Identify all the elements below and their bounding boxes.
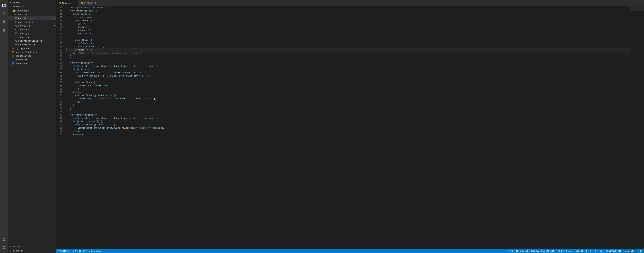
activity-bar-debug[interactable]	[0, 26, 8, 34]
activity-bar-explorer[interactable]	[0, 1, 8, 9]
ln-44: 44	[56, 104, 64, 107]
tab-close-button[interactable]: ×	[73, 2, 76, 4]
code-line-17: this.state = {	[68, 16, 630, 19]
code-line-42: itemInCard: [...prevState.itemInCard, { …	[68, 97, 630, 100]
activity-bar-settings[interactable]	[0, 244, 8, 252]
sidebar-header: Explorer	[8, 0, 56, 5]
file-item-configjs[interactable]: JS config.js M	[8, 24, 56, 28]
file-item-appjs[interactable]: JS App.js M	[8, 16, 56, 20]
status-bar: ⑂ master ↻ ✕ 0 ⚠ 12 ℹ 0 ⎋ Launchpad	[56, 249, 644, 253]
ln-36: 36	[56, 77, 64, 81]
sidebar-outline[interactable]: ▶ OUTLINE	[8, 245, 56, 249]
sync-icon: ↻	[68, 250, 70, 253]
line-numbers: 14 15 16 17 18 19 20 21 22 23 24 25 26 2…	[56, 6, 66, 249]
editor-tabs: JS App.js ● × JS config.js ● ×	[56, 0, 644, 6]
ln-14: 14	[56, 6, 64, 9]
file-item-readmemd[interactable]: ℹ README.md	[8, 58, 56, 62]
ln-22: 22	[56, 32, 64, 35]
ln-21: 21	[56, 29, 64, 32]
git-icon	[2, 20, 6, 24]
activity-bar-git[interactable]	[0, 18, 8, 26]
tab-appjs[interactable]: JS App.js ● ×	[56, 0, 78, 6]
tab-configjs[interactable]: JS config.js ● ×	[78, 0, 104, 6]
ln-48: 48	[56, 117, 64, 120]
minimap-slider[interactable]	[630, 6, 644, 11]
ln-38: 38	[56, 84, 64, 87]
activity-bar-search[interactable]	[0, 9, 8, 18]
code-line-21: author: "",	[68, 29, 630, 32]
code-line-24: countItems: 0,	[68, 38, 630, 42]
files-icon	[2, 3, 6, 7]
code-line-45: };	[68, 107, 630, 110]
file-item-gitignore[interactable]: ⊙ .gitignore	[8, 46, 56, 50]
sidebar-folder-header[interactable]: ▾ COMPONENT ●	[8, 5, 56, 9]
status-spaces[interactable]: Spaces: 2	[575, 249, 588, 253]
status-position[interactable]: Ln 28, Col 7	[557, 249, 573, 253]
code-line-53: } else {	[68, 133, 630, 136]
file-item-yarnlock[interactable]: 🔵 yarn.lock	[8, 62, 56, 65]
status-remote[interactable]: 🌐 AWS-First-Cloud-Journey, 2 years ago	[506, 249, 555, 253]
file-item-reportwebvitals[interactable]: JS reportWebVitals.js	[8, 39, 56, 43]
info-icon: ℹ	[83, 250, 84, 253]
ln-37: 37	[56, 81, 64, 84]
file-item-packagelockjson[interactable]: {} package-lock.json	[8, 50, 56, 54]
ln-33: 33	[56, 68, 64, 71]
activity-bar-account[interactable]	[0, 235, 8, 244]
status-go-live[interactable]: ◉ Go Live	[624, 249, 637, 253]
ln-53: 53	[56, 133, 64, 136]
ln-52: 52	[56, 130, 64, 133]
file-item-indexjs[interactable]: JS index.js	[8, 31, 56, 35]
sidebar: Explorer ▾ COMPONENT ● ▾ 📁 component ● ●…	[8, 0, 56, 253]
code-line-15: constructor(props) {	[68, 9, 630, 12]
status-language[interactable]: {} JavaScript	[605, 249, 622, 253]
file-item-packagejson[interactable]: {} package.json	[8, 54, 56, 58]
code-line-50: this.setState((prevState) => ({	[68, 123, 630, 126]
code-area[interactable]: class App extends Component { constructo…	[66, 6, 630, 249]
app-container: Explorer ▾ COMPONENT ● ▾ 📁 component ● ●…	[0, 0, 644, 253]
status-notifications[interactable]: 🔔	[639, 249, 643, 253]
ln-29: 29	[56, 55, 64, 58]
warning-icon: ⚠	[77, 250, 78, 253]
ln-30: 30	[56, 58, 64, 61]
code-line-32: const exist = this.state.itemInCard.find…	[68, 64, 630, 68]
debug-icon	[2, 28, 6, 32]
code-line-46	[68, 110, 630, 113]
folder-icon: 📁	[13, 9, 16, 12]
chevron-down-icon: ▾	[10, 5, 12, 8]
status-launchpad[interactable]: ⎋ Launchpad	[88, 249, 103, 253]
folder-item-component[interactable]: ▾ 📁 component ●	[8, 9, 56, 13]
git-modified-indicator	[66, 48, 67, 51]
css-file-icon: ●	[14, 13, 17, 16]
code-line-35: x.id === book.id ? { ...exist, qty: exis…	[68, 74, 630, 77]
code-line-26: isNavbarHidden: false,	[68, 45, 630, 48]
yarn-file-icon: 🔵	[12, 62, 14, 65]
sidebar-modified-indicator: ●	[54, 6, 55, 8]
bell-icon: 🔔	[639, 250, 642, 253]
code-line-16: super(props);	[68, 12, 630, 16]
ln-35: 35	[56, 74, 64, 77]
minimap[interactable]	[630, 6, 644, 249]
file-item-appcss[interactable]: ● App.css	[8, 13, 56, 16]
status-line-ending[interactable]: LF	[599, 249, 603, 253]
jstest-file-icon: JS	[14, 21, 17, 23]
config-file-icon: JS	[14, 24, 17, 27]
file-item-setuptests[interactable]: JS setupTests.js	[8, 43, 56, 46]
status-bar-right: 🌐 AWS-First-Cloud-Journey, 2 years ago L…	[506, 249, 643, 253]
sidebar-timeline[interactable]: ▶ TIMELINE	[8, 249, 56, 253]
report-file-icon: JS	[14, 39, 17, 42]
status-branch[interactable]: ⑂ master ↻	[58, 249, 70, 253]
sidebar-bottom-sections: ▶ OUTLINE ▶ TIMELINE	[8, 245, 56, 253]
code-line-14: class App extends Component {	[68, 6, 630, 9]
file-item-apptestjs[interactable]: JS App.test.js	[8, 20, 56, 24]
editor-content: 14 15 16 17 18 19 20 21 22 23 24 25 26 2…	[56, 6, 644, 249]
file-item-logosvg[interactable]: ✦ logo.svg	[8, 35, 56, 39]
code-line-18: updateBook: {	[68, 19, 630, 22]
tab-config-close-button[interactable]: ×	[99, 2, 102, 4]
status-errors[interactable]: ✕ 0 ⚠ 12 ℹ 0	[72, 249, 86, 253]
ln-32: 32	[56, 64, 64, 68]
code-line-43: }));	[68, 100, 630, 104]
code-line-39: });	[68, 87, 630, 91]
status-encoding[interactable]: UTF-8	[590, 249, 597, 253]
file-item-indexcss[interactable]: ● index.css	[8, 28, 56, 31]
ln-45: 45	[56, 107, 64, 110]
